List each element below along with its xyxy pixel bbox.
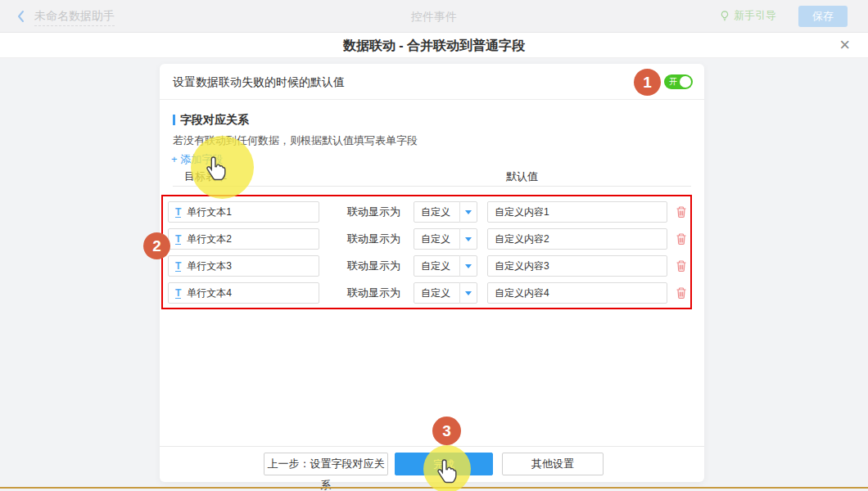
mode-select[interactable]: 自定义 bbox=[414, 255, 477, 277]
target-field-name: 单行文本3 bbox=[187, 259, 232, 273]
mode-select-value: 自定义 bbox=[414, 286, 459, 300]
target-field-name: 单行文本1 bbox=[187, 205, 232, 219]
other-settings-button[interactable]: 其他设置 bbox=[502, 453, 604, 475]
default-value-text: 自定义内容1 bbox=[495, 205, 549, 219]
table-row: T 单行文本2 联动显示为 自定义 自定义内容2 bbox=[168, 228, 696, 250]
default-value-text: 自定义内容2 bbox=[495, 232, 549, 246]
column-header-target: 目标表单 bbox=[184, 169, 227, 184]
close-icon[interactable]: × bbox=[839, 35, 850, 55]
delete-row-icon[interactable] bbox=[675, 259, 688, 273]
target-field-name: 单行文本4 bbox=[187, 286, 232, 300]
table-row: T 单行文本4 联动显示为 自定义 自定义内容4 bbox=[168, 282, 696, 304]
top-bar: 未命名数据助手 控件事件 新手引导 保存 bbox=[0, 0, 868, 33]
modal-title: 数据联动 - 合并联动到普通字段 bbox=[0, 38, 868, 55]
mode-select[interactable]: 自定义 bbox=[414, 228, 477, 250]
mode-select-value: 自定义 bbox=[414, 205, 459, 219]
default-value-text: 自定义内容4 bbox=[495, 286, 549, 300]
text-field-icon: T bbox=[175, 234, 181, 245]
delete-row-icon[interactable] bbox=[675, 232, 688, 246]
bottom-accent-line bbox=[0, 487, 868, 489]
link-display-label: 联动显示为 bbox=[347, 286, 400, 300]
default-value-text: 自定义内容3 bbox=[495, 259, 549, 273]
mode-select-value: 自定义 bbox=[414, 232, 459, 246]
default-value-input[interactable]: 自定义内容3 bbox=[487, 255, 667, 277]
mode-select[interactable]: 自定义 bbox=[414, 282, 477, 304]
text-field-icon: T bbox=[175, 288, 181, 299]
section-description: 若没有联动到任何数据，则根据默认值填写表单字段 bbox=[173, 133, 418, 148]
chevron-down-icon bbox=[459, 201, 477, 223]
table-row: T 单行文本1 联动显示为 自定义 自定义内容1 bbox=[168, 201, 696, 223]
save-button[interactable]: 保存 bbox=[798, 6, 848, 27]
toggle-knob bbox=[680, 76, 691, 88]
chevron-down-icon bbox=[459, 228, 477, 250]
beginner-guide-button[interactable]: 新手引导 bbox=[719, 8, 776, 23]
settings-panel: 设置数据联动失败的时候的默认值 开 字段对应关系 若没有联动到任何数据，则根据默… bbox=[160, 64, 704, 482]
link-display-label: 联动显示为 bbox=[347, 205, 400, 219]
link-display-label: 联动显示为 bbox=[347, 259, 400, 273]
target-field-input[interactable]: T 单行文本1 bbox=[168, 201, 319, 223]
table-row: T 单行文本3 联动显示为 自定义 自定义内容3 bbox=[168, 255, 696, 277]
done-button[interactable]: 完成 bbox=[395, 453, 493, 475]
toggle-on-label: 开 bbox=[669, 77, 677, 87]
lightbulb-icon bbox=[719, 10, 730, 22]
mode-select-value: 自定义 bbox=[414, 259, 459, 273]
annotation-badge-2: 2 bbox=[143, 232, 170, 259]
beginner-guide-label: 新手引导 bbox=[734, 8, 776, 23]
default-value-input[interactable]: 自定义内容2 bbox=[487, 228, 667, 250]
delete-row-icon[interactable] bbox=[675, 205, 688, 218]
target-field-input[interactable]: T 单行文本2 bbox=[168, 228, 319, 250]
annotation-badge-3: 3 bbox=[432, 417, 461, 445]
default-value-header-label: 设置数据联动失败的时候的默认值 bbox=[173, 75, 345, 90]
add-field-link[interactable]: + 添加字段 bbox=[171, 152, 223, 167]
chevron-down-icon bbox=[459, 255, 477, 277]
previous-step-button[interactable]: 上一步：设置字段对应关系 bbox=[264, 453, 388, 475]
modal-title-bar: 数据联动 - 合并联动到普通字段 × bbox=[0, 33, 868, 58]
section-title: 字段对应关系 bbox=[173, 113, 249, 128]
link-display-label: 联动显示为 bbox=[347, 232, 400, 246]
column-header-divider bbox=[173, 186, 691, 187]
column-header-default: 默认值 bbox=[506, 169, 538, 184]
target-field-input[interactable]: T 单行文本3 bbox=[168, 255, 319, 277]
footer-divider bbox=[160, 446, 704, 447]
delete-row-icon[interactable] bbox=[675, 286, 688, 300]
default-value-input[interactable]: 自定义内容4 bbox=[487, 282, 667, 304]
chevron-down-icon bbox=[459, 282, 477, 304]
target-field-input[interactable]: T 单行文本4 bbox=[168, 282, 319, 304]
default-value-input[interactable]: 自定义内容1 bbox=[487, 201, 667, 223]
default-value-toggle[interactable]: 开 bbox=[664, 74, 693, 89]
mode-select[interactable]: 自定义 bbox=[414, 201, 477, 223]
target-field-name: 单行文本2 bbox=[187, 232, 232, 246]
text-field-icon: T bbox=[175, 261, 181, 272]
default-value-header-row: 设置数据联动失败的时候的默认值 开 bbox=[160, 64, 704, 100]
annotation-badge-1: 1 bbox=[634, 69, 661, 96]
text-field-icon: T bbox=[175, 207, 181, 218]
screen: 未命名数据助手 控件事件 新手引导 保存 数据联动 - 合并联动到普通字段 × … bbox=[0, 0, 868, 491]
